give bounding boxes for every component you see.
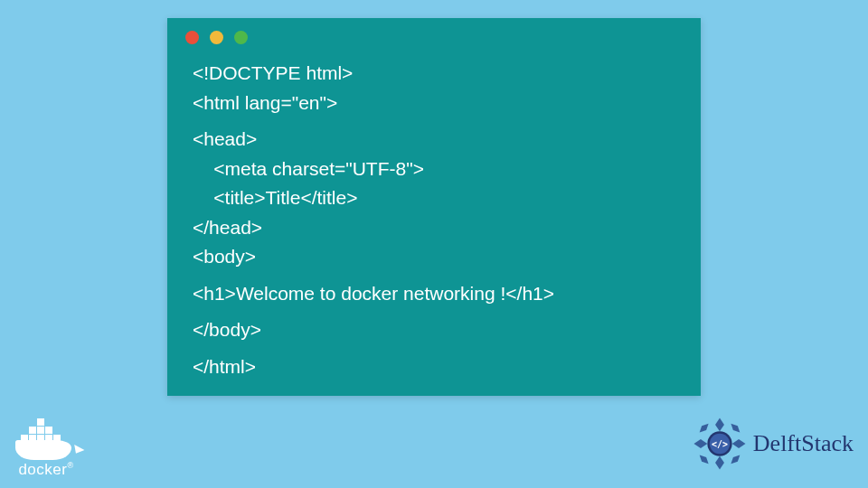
code-line: <!DOCTYPE html> <box>193 59 675 89</box>
delftstack-logo: </> DelftStack <box>692 416 854 472</box>
delft-inner-text: </> <box>712 439 728 449</box>
minimize-icon[interactable] <box>210 31 223 44</box>
code-gap <box>193 272 675 279</box>
delftstack-emblem-icon: </> <box>692 416 748 472</box>
close-icon[interactable] <box>185 31 199 44</box>
code-line: </body> <box>193 315 675 345</box>
code-line: </html> <box>193 352 675 382</box>
code-gap <box>193 308 675 315</box>
code-line: </head> <box>193 213 675 243</box>
docker-logo: docker® <box>14 424 79 479</box>
code-line: <meta charset="UTF-8"> <box>193 155 675 184</box>
code-line: <title>Title</title> <box>193 183 675 213</box>
docker-reg: ® <box>67 461 73 470</box>
maximize-icon[interactable] <box>234 31 248 44</box>
code-window: <!DOCTYPE html> <html lang="en"> <head> … <box>167 18 701 396</box>
code-line: <head> <box>193 125 675 155</box>
window-controls <box>167 18 701 52</box>
code-line: <body> <box>193 242 675 272</box>
docker-label: docker® <box>18 461 73 479</box>
code-gap <box>193 345 675 352</box>
code-gap <box>193 117 675 125</box>
docker-text: docker <box>18 461 67 478</box>
docker-whale-icon <box>14 424 79 460</box>
code-content: <!DOCTYPE html> <html lang="en"> <head> … <box>167 52 701 399</box>
code-line: <html lang="en"> <box>193 89 675 118</box>
code-line: <h1>Welcome to docker networking !</h1> <box>193 279 675 309</box>
delftstack-label: DelftStack <box>753 430 854 457</box>
